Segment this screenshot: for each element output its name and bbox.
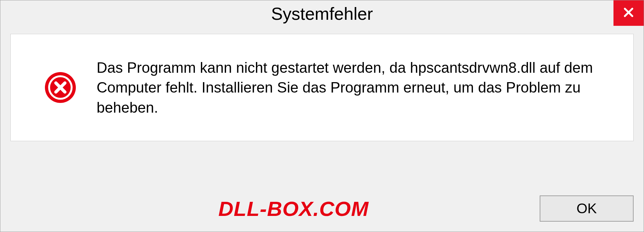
error-message: Das Programm kann nicht gestartet werden… xyxy=(97,58,616,117)
close-icon xyxy=(622,6,635,20)
close-button[interactable] xyxy=(613,0,644,26)
titlebar: Systemfehler xyxy=(0,0,644,27)
error-dialog: Systemfehler Das Programm kann nicht ges… xyxy=(0,0,644,232)
watermark-text: DLL-BOX.COM xyxy=(218,197,369,221)
footer: DLL-BOX.COM OK xyxy=(10,195,634,222)
content-panel: Das Programm kann nicht gestartet werden… xyxy=(10,34,634,141)
error-icon xyxy=(44,71,76,104)
dialog-title: Systemfehler xyxy=(271,4,373,24)
ok-button[interactable]: OK xyxy=(540,195,634,222)
